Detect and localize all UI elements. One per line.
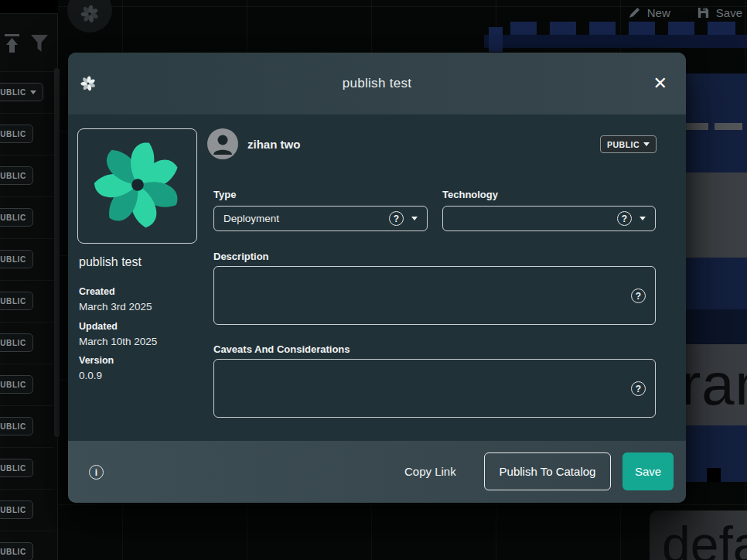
avatar	[207, 128, 238, 159]
public-badge: PUBLIC	[0, 375, 33, 394]
public-badge: PUBLIC	[0, 166, 33, 185]
right-panel-navy	[686, 73, 747, 172]
version-value: 0.0.9	[79, 370, 102, 381]
badge-label: PUBLIC	[0, 339, 26, 347]
sidebar-row-dividers	[0, 71, 54, 560]
chart-bar	[489, 27, 503, 52]
help-icon[interactable]: ?	[631, 289, 646, 303]
bottom-right-card: defa	[650, 510, 747, 560]
badge-label: PUBLIC	[0, 88, 26, 97]
sidebar-scrollbar[interactable]	[54, 68, 60, 437]
publish-to-catalog-button[interactable]: Publish To Catalog	[484, 452, 611, 490]
version-label: Version	[79, 355, 114, 366]
chart-band	[484, 35, 747, 48]
new-button[interactable]: New	[628, 6, 670, 19]
caveats-field: ?	[213, 359, 656, 418]
copy-link-button[interactable]: Copy Link	[404, 441, 456, 503]
new-button-label: New	[647, 6, 670, 19]
type-select[interactable]: Deployment ?	[213, 206, 428, 231]
right-panel-text: ran	[686, 344, 747, 425]
filter-icon[interactable]	[29, 32, 49, 59]
public-badge: PUBLIC	[0, 500, 33, 519]
public-badge: PUBLIC	[0, 333, 33, 352]
public-badge: PUBLIC	[0, 125, 33, 143]
publish-dialog: publish test ✕ publish test Created Marc…	[68, 53, 686, 503]
chart-bar	[721, 468, 747, 482]
badge-label: PUBLIC	[0, 297, 26, 306]
updated-value: March 10th 2025	[79, 336, 157, 347]
pencil-icon	[628, 6, 641, 19]
help-icon[interactable]: ?	[617, 211, 632, 226]
dialog-header: publish test ✕	[68, 53, 686, 114]
sidebar-header	[0, 0, 58, 14]
public-badge: PUBLIC	[0, 542, 33, 560]
person-icon	[207, 128, 238, 159]
badge-label: PUBLIC	[0, 213, 26, 222]
created-value: March 3rd 2025	[79, 301, 152, 312]
public-badge: PUBLIC	[0, 459, 33, 477]
public-badge: PUBLIC	[0, 208, 33, 227]
description-input[interactable]	[214, 267, 655, 324]
technology-select[interactable]: ?	[442, 206, 656, 231]
gray-dash	[686, 123, 708, 130]
spiral-gear-icon	[80, 5, 99, 32]
chart-bar	[668, 22, 694, 35]
background-partial-word: ran	[686, 350, 747, 418]
created-label: Created	[79, 286, 115, 297]
chart-bar	[550, 22, 576, 35]
spiral-thumbnail-icon	[94, 142, 181, 231]
badge-label: PUBLIC	[0, 422, 26, 431]
right-panel-bars	[686, 468, 747, 482]
type-label: Type	[213, 189, 236, 200]
public-badge: PUBLIC	[0, 292, 33, 310]
updated-label: Updated	[79, 321, 118, 332]
chart-bar	[589, 22, 616, 35]
badge-label: PUBLIC	[0, 506, 26, 514]
visibility-dropdown[interactable]: PUBLIC	[600, 135, 657, 153]
badge-label: PUBLIC	[0, 172, 26, 180]
info-icon[interactable]: i	[89, 465, 104, 480]
chart-bar	[708, 22, 735, 35]
dialog-footer: i Copy Link Publish To Catalog Save	[68, 441, 686, 503]
save-document-button[interactable]: Save	[697, 6, 742, 19]
help-icon[interactable]: ?	[631, 381, 646, 396]
public-badge: PUBLIC	[0, 250, 33, 268]
right-panel-navy	[686, 258, 747, 309]
background-partial-word: defa	[662, 515, 747, 560]
owner-name: zihan two	[247, 138, 300, 151]
save-button[interactable]: Save	[622, 452, 674, 490]
gray-dash	[715, 123, 742, 130]
chart-bar	[629, 22, 655, 35]
left-sidebar: PUBLIC PUBLIC PUBLIC PUBLIC PUBLIC PUBLI…	[0, 0, 58, 560]
asset-thumbnail	[77, 128, 197, 244]
right-panel-darknavy	[686, 309, 747, 344]
badge-label: PUBLIC	[0, 464, 26, 473]
caveats-input[interactable]	[214, 360, 655, 417]
chevron-down-icon	[640, 217, 646, 220]
visibility-dropdown-sidebar[interactable]: PUBLIC	[0, 83, 43, 101]
dialog-title: publish test	[68, 53, 686, 114]
asset-name: publish test	[79, 255, 142, 269]
right-panel-navy	[686, 425, 747, 468]
visibility-label: PUBLIC	[607, 140, 640, 149]
close-icon[interactable]: ✕	[653, 73, 667, 94]
save-document-label: Save	[716, 6, 742, 19]
right-panel-gray	[686, 172, 747, 258]
help-icon[interactable]: ?	[389, 211, 404, 226]
chevron-down-icon	[643, 142, 650, 146]
upload-icon[interactable]	[3, 32, 21, 59]
badge-label: PUBLIC	[0, 381, 26, 389]
badge-label: PUBLIC	[0, 255, 26, 264]
type-value: Deployment	[223, 213, 381, 224]
badge-label: PUBLIC	[0, 548, 26, 556]
public-badge: PUBLIC	[0, 417, 33, 435]
floppy-disk-icon	[697, 6, 710, 19]
description-field: ?	[213, 266, 656, 325]
chart-bar	[686, 468, 707, 482]
technology-label: Technology	[442, 189, 498, 200]
chevron-down-icon	[30, 90, 36, 94]
description-label: Description	[213, 251, 269, 262]
chevron-down-icon	[411, 217, 418, 220]
top-toolbar: New Save	[628, 6, 742, 19]
badge-label: PUBLIC	[0, 130, 26, 138]
